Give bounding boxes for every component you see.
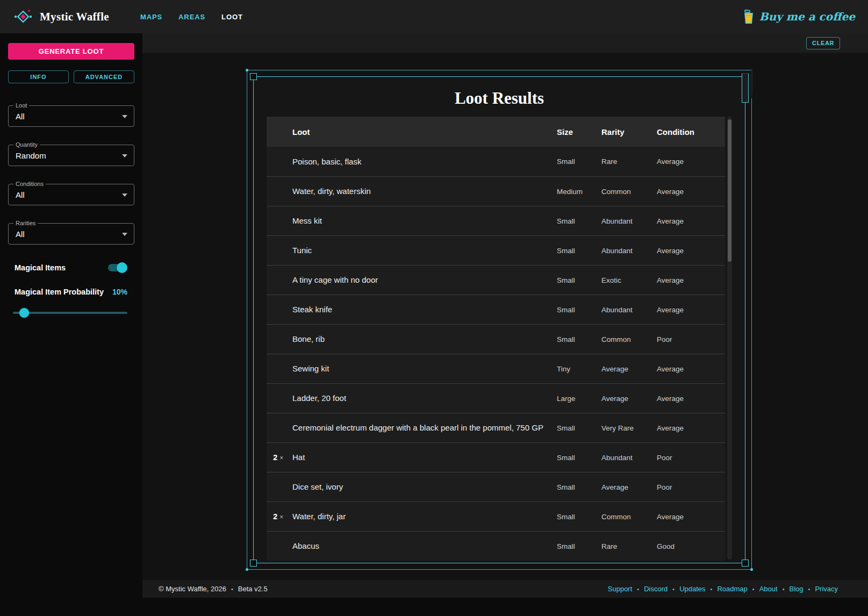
footer-link-privacy[interactable]: Privacy xyxy=(815,585,838,593)
footer-link-discord[interactable]: Discord xyxy=(644,585,668,593)
brand[interactable]: Mystic Waffle xyxy=(13,6,109,27)
nav-link-maps[interactable]: MAPS xyxy=(140,13,162,21)
table-row[interactable]: 2× Hat Small Abundant Poor xyxy=(267,442,725,472)
table-row[interactable]: Mess kit Small Abundant Average xyxy=(267,206,725,235)
sidebar: GENERATE LOOT INFO ADVANCED Loot All Qua… xyxy=(0,33,142,616)
cell-loot: Sewing kit xyxy=(267,357,557,380)
dot-separator: • xyxy=(752,586,755,592)
chevron-down-icon xyxy=(122,194,127,197)
select-rarities[interactable]: Rarities All xyxy=(8,223,134,245)
select-value: All xyxy=(16,190,25,199)
clear-button[interactable]: CLEAR xyxy=(806,37,840,49)
table-row[interactable]: Dice set, ivory Small Average Poor xyxy=(267,472,725,502)
loot-name: Ceremonial electrum dagger with a black … xyxy=(292,423,543,432)
cell-rarity: Abundant xyxy=(601,306,657,314)
cell-condition: Average xyxy=(657,513,725,521)
cell-size: Small xyxy=(557,157,601,166)
cell-condition: Average xyxy=(657,247,725,255)
nav-link-loot[interactable]: LOOT xyxy=(221,13,243,21)
select-loot[interactable]: Loot All xyxy=(8,105,134,127)
select-label: Conditions xyxy=(13,181,46,188)
table-row[interactable]: 2× Water, dirty, jar Small Common Averag… xyxy=(267,502,725,531)
info-button[interactable]: INFO xyxy=(8,70,69,83)
cell-condition: Average xyxy=(657,424,725,432)
cell-condition: Average xyxy=(657,188,725,196)
loot-name: Hat xyxy=(292,453,305,462)
magical-items-toggle[interactable] xyxy=(107,262,127,273)
resize-handle-top-left[interactable] xyxy=(250,73,257,80)
cell-loot: Dice set, ivory xyxy=(267,476,557,498)
cell-rarity: Common xyxy=(601,335,657,343)
table-row[interactable]: A tiny cage with no door Small Exotic Av… xyxy=(267,265,725,295)
buy-me-a-coffee-link[interactable]: Buy me a coffee xyxy=(743,9,855,24)
table-row[interactable]: Steak knife Small Abundant Average xyxy=(267,295,725,324)
resize-handle-top-right[interactable] xyxy=(742,73,749,103)
loot-name: Steak knife xyxy=(292,305,332,314)
footer-link-about[interactable]: About xyxy=(759,585,778,593)
cell-loot: Abacus xyxy=(267,535,557,557)
dot-separator: • xyxy=(783,586,785,592)
cell-size: Small xyxy=(557,454,601,462)
cell-size: Medium xyxy=(557,188,601,196)
column-header-condition: Condition xyxy=(657,127,725,137)
footer-link-updates[interactable]: Updates xyxy=(679,585,705,593)
loot-name: Dice set, ivory xyxy=(292,482,343,491)
loot-name: Tunic xyxy=(292,246,312,255)
cell-rarity: Exotic xyxy=(601,276,657,284)
cell-condition: Poor xyxy=(657,335,725,343)
resize-handle-bottom-right[interactable] xyxy=(742,560,749,567)
loot-name: A tiny cage with no door xyxy=(292,275,378,284)
footer-copyright-area: © Mystic Waffle, 2026 • Beta v2.5 xyxy=(159,585,268,593)
select-value: Random xyxy=(16,151,46,160)
loot-name: Sewing kit xyxy=(292,364,329,373)
cell-rarity: Average xyxy=(601,483,657,491)
cell-rarity: Rare xyxy=(601,542,657,550)
brand-logo-icon xyxy=(13,6,33,27)
column-header-size: Size xyxy=(557,127,601,137)
probability-value: 10% xyxy=(112,288,127,296)
nav-link-areas[interactable]: AREAS xyxy=(178,13,205,21)
loot-name: Ladder, 20 foot xyxy=(292,393,346,403)
cell-loot: Ladder, 20 foot xyxy=(267,387,557,410)
cell-size: Small xyxy=(557,513,601,521)
advanced-button[interactable]: ADVANCED xyxy=(74,70,134,83)
cell-loot: Steak knife xyxy=(267,298,557,321)
select-label: Rarities xyxy=(13,220,38,227)
filter-selects: Loot All Quantity Random Conditions All … xyxy=(0,105,142,245)
cell-size: Small xyxy=(557,217,601,225)
table-row[interactable]: Bone, rib Small Common Poor xyxy=(267,324,725,354)
canvas-area: Loot Results LootSizeRarityCondition Poi… xyxy=(142,53,868,580)
probability-slider-thumb[interactable] xyxy=(19,308,29,318)
slider-track xyxy=(13,312,127,314)
cell-rarity: Abundant xyxy=(601,454,657,462)
select-quantity[interactable]: Quantity Random xyxy=(8,145,134,166)
table-row[interactable]: Sewing kit Tiny Average Average xyxy=(267,354,725,383)
table-scrollbar[interactable] xyxy=(727,117,732,560)
table-row[interactable]: Tunic Small Abundant Average xyxy=(267,235,725,265)
coffee-cup-icon xyxy=(743,9,755,24)
table-row[interactable]: Ladder, 20 foot Large Average Average xyxy=(267,383,725,413)
panel-title: Loot Results xyxy=(254,89,745,108)
table-row[interactable]: Poison, basic, flask Small Rare Average xyxy=(267,147,725,176)
scrollbar-thumb[interactable] xyxy=(728,119,731,262)
table-row[interactable]: Ceremonial electrum dagger with a black … xyxy=(267,413,725,442)
probability-slider[interactable] xyxy=(13,308,127,318)
footer-link-roadmap[interactable]: Roadmap xyxy=(717,585,747,593)
dot-separator: • xyxy=(231,586,233,592)
loot-name: Mess kit xyxy=(292,216,322,225)
cell-rarity: Common xyxy=(601,513,657,521)
loot-table-header: LootSizeRarityCondition xyxy=(267,117,725,147)
footer-link-blog[interactable]: Blog xyxy=(789,585,803,593)
select-label: Quantity xyxy=(13,141,40,148)
select-conditions[interactable]: Conditions All xyxy=(8,184,134,205)
cell-condition: Average xyxy=(657,306,725,314)
table-row[interactable]: Abacus Small Rare Good xyxy=(267,531,725,561)
selection-marquee[interactable]: Loot Results LootSizeRarityCondition Poi… xyxy=(247,70,752,570)
cell-rarity: Average xyxy=(601,365,657,373)
loot-table-rows: LootSizeRarityCondition Poison, basic, f… xyxy=(267,117,725,561)
column-header-loot: Loot xyxy=(267,127,557,137)
footer-link-support[interactable]: Support xyxy=(608,585,633,593)
generate-loot-button[interactable]: GENERATE LOOT xyxy=(8,43,134,60)
resize-handle-bottom-left[interactable] xyxy=(250,560,257,567)
table-row[interactable]: Water, dirty, waterskin Medium Common Av… xyxy=(267,176,725,206)
